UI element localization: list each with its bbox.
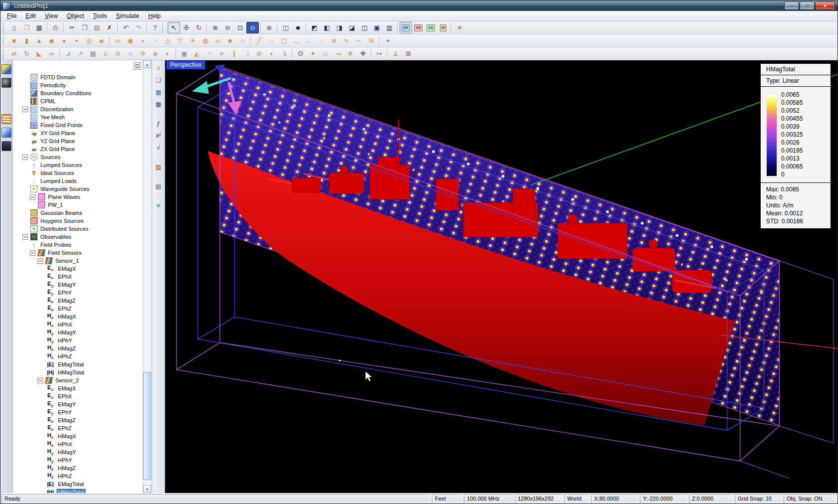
function-editor-button[interactable]: ƒ [153, 118, 164, 129]
pan-tool-button[interactable]: ✠ [180, 22, 193, 33]
tree-item-sources[interactable]: Sources [13, 153, 143, 161]
tree-item-hphx[interactable]: HxHPhX [13, 321, 143, 329]
pane-toggle-button[interactable] [134, 62, 141, 70]
window-layers-button[interactable]: ❏ [153, 75, 164, 85]
tree-item-emagz[interactable]: EzEMagZ [13, 416, 143, 424]
menu-help[interactable]: Help [144, 11, 165, 20]
tree-item-hmagy[interactable]: HyHMagY [13, 448, 143, 456]
tree-item-emagy[interactable]: EyEMagY [13, 400, 143, 408]
view-right-button[interactable]: ◫ [358, 22, 371, 33]
view-bottom-button[interactable]: ▥ [383, 22, 396, 33]
tree-item-hmagy[interactable]: HyHMagY [13, 329, 143, 336]
wire-box-button[interactable]: ▣ [178, 48, 191, 59]
draw-arch-button[interactable]: ∩ [236, 35, 249, 46]
draw-cone-button[interactable]: ▲ [33, 35, 45, 46]
protractor-button[interactable]: ∡ [390, 48, 402, 59]
tree-expander[interactable] [22, 107, 28, 112]
draw-box-button[interactable]: ■ [8, 35, 20, 46]
boolean-intersect-button[interactable]: ∩ [124, 48, 137, 59]
cut-button[interactable]: ✂ [66, 22, 78, 33]
tree-item-plane-waves[interactable]: Plane Waves [13, 193, 143, 201]
tree-item-huygens-sources[interactable]: Huygens Sources [13, 217, 143, 225]
draw-funnel-button[interactable]: ▽ [174, 35, 187, 46]
tree-scrollbar[interactable]: ▲ ▼ [143, 60, 152, 493]
boolean-union-button[interactable]: ∪ [99, 48, 112, 59]
tree-item-hmagx[interactable]: HxHMagX [13, 313, 143, 321]
materials-panel-icon[interactable] [1, 78, 11, 88]
maximize-button[interactable]: □ [800, 1, 815, 10]
tree-expander[interactable] [22, 234, 28, 240]
revolve-button[interactable]: ◔ [203, 48, 215, 59]
parameters-button[interactable]: x² [153, 130, 164, 141]
draw-line-button[interactable]: ╱ [253, 35, 265, 46]
pentagon-button[interactable]: ✦ [307, 48, 319, 59]
tree-item-ephy[interactable]: EyEPhY [13, 289, 143, 297]
tile-windows-button[interactable]: ◫ [279, 22, 292, 33]
draw-triangle-button[interactable]: △ [162, 35, 174, 46]
tree-item-ideal-sources[interactable]: Ideal Sources [13, 169, 143, 177]
explode-button[interactable]: ✣ [137, 48, 149, 59]
scroll-up-arrow[interactable]: ▲ [143, 60, 151, 68]
tree-item-waveguide-sources[interactable]: Waveguide Sources [13, 185, 143, 193]
grid-toggle-small-button[interactable]: ▦ [153, 87, 164, 97]
revolve-sphere-button[interactable]: ◐ [162, 48, 174, 59]
menu-simulate[interactable]: Simulate [112, 11, 144, 20]
paste-button[interactable]: ▤ [91, 22, 103, 33]
tree-item-cpml[interactable]: CPML [13, 97, 143, 105]
help-button[interactable]: ? [149, 22, 161, 33]
draw-u-curve-button[interactable]: ◡ [290, 35, 303, 46]
move-copy-button[interactable]: ↗ [74, 48, 87, 59]
select-tool-button[interactable]: ↖ [168, 22, 180, 33]
tree-item-hphz[interactable]: HzHPhZ [13, 472, 143, 480]
print-button[interactable]: ⎙ [49, 22, 62, 33]
tree-expander[interactable] [37, 258, 43, 264]
hatch-lines-button[interactable]: ∥ [228, 48, 240, 59]
menu-tools[interactable]: Tools [89, 11, 112, 20]
array-link-button[interactable]: ∞ [45, 48, 58, 59]
draw-helix-button[interactable]: ≋ [328, 35, 340, 46]
tree-item-periodicity[interactable]: Periodicity [13, 81, 143, 89]
tree-expander[interactable] [30, 194, 35, 200]
scroll-down-arrow[interactable]: ▼ [143, 485, 151, 493]
shatter-button[interactable]: ◈ [149, 48, 162, 59]
regenerate-button[interactable]: ✳ [153, 200, 164, 211]
viewport-3d[interactable]: Perspective HMagTotal Type: Linear 0.006… [165, 60, 838, 493]
curve-handle-button[interactable]: ↝ [332, 48, 344, 59]
scale-ruler-button[interactable]: ≡ [153, 63, 164, 73]
tree-item-emagy[interactable]: EyEMagY [13, 281, 143, 289]
tree-item-hphz[interactable]: HzHPhZ [13, 352, 143, 360]
tree-item-discretization[interactable]: Discretization [13, 105, 143, 113]
tree-item-ephy[interactable]: EyEPhY [13, 408, 143, 416]
menu-file[interactable]: File [2, 11, 21, 20]
draw-ellipse-button[interactable]: ○ [149, 35, 162, 46]
tree-item-sensor-1[interactable]: Sensor_1 [13, 257, 143, 265]
tree-item-lumped-loads[interactable]: Lumped Loads [13, 177, 143, 185]
polygon-points-button[interactable]: ✪ [294, 48, 307, 59]
zoom-in-button[interactable]: ⊕ [209, 22, 221, 33]
tree-item-boundary-conditions[interactable]: Boundary Conditions [13, 89, 143, 97]
zoom-out-button[interactable]: ⊖ [221, 22, 234, 33]
tree-item-emagx[interactable]: ExEMagX [13, 265, 143, 273]
menu-edit[interactable]: Edit [21, 11, 40, 20]
tree-expander[interactable] [30, 250, 35, 256]
tree-item-sensor-2[interactable]: Sensor_2 [13, 376, 143, 384]
tree-item-hmagx[interactable]: HxHMagX [13, 432, 143, 440]
toolbar-grip[interactable] [2, 23, 6, 32]
view-left-button[interactable]: ◧ [321, 22, 333, 33]
tree-expander[interactable] [37, 378, 43, 383]
pattern-grid-button[interactable]: ▦ [87, 48, 99, 59]
view-front-button[interactable]: ◪ [346, 22, 358, 33]
tree-item-yee-mesh[interactable]: Yee Mesh [13, 113, 143, 121]
tree-item-zx-grid-plane[interactable]: ZX Grid Plane [13, 145, 143, 153]
close-button[interactable]: ✕ [815, 1, 835, 10]
tree-item-hmagtotal[interactable]: |H|HMagTotal [13, 368, 143, 376]
layers-panel-icon[interactable] [1, 128, 11, 138]
draw-pyramid-button[interactable]: ◈ [95, 35, 108, 46]
save-button[interactable]: ▦ [33, 22, 45, 33]
menu-view[interactable]: View [40, 11, 62, 20]
delete-button[interactable]: ✗ [103, 22, 116, 33]
tree-item-field-sensors[interactable]: Field Sensors [13, 249, 143, 257]
draw-sphere-button[interactable]: ● [58, 35, 70, 46]
tree-item-xy-grid-plane[interactable]: XY Grid Plane [13, 129, 143, 137]
draw-nurbs-curve-button[interactable]: N [365, 35, 378, 46]
